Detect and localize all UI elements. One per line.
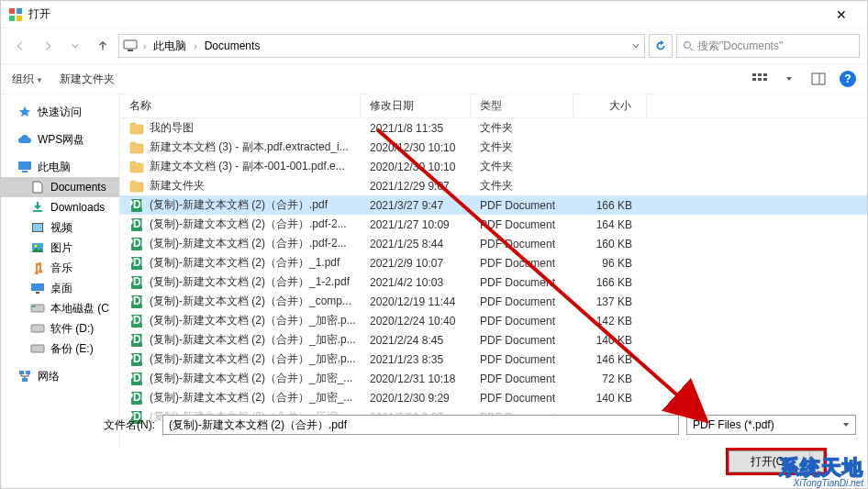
file-size: 166 KB <box>573 276 647 289</box>
file-row[interactable]: PDF(复制)-新建文本文档 (2)（合并）_加密.p...2021/2/24 … <box>120 330 867 350</box>
svg-rect-22 <box>31 283 44 291</box>
file-type: 文件夹 <box>471 159 573 174</box>
sidebar-local-disk-c[interactable]: 本地磁盘 (C <box>1 298 119 318</box>
file-date: 2020/12/30 9:29 <box>361 392 471 405</box>
file-date: 2021/1/25 8:44 <box>361 238 471 250</box>
svg-text:PDF: PDF <box>130 333 143 346</box>
preview-pane-button[interactable] <box>810 71 827 87</box>
sidebar-quick-access[interactable]: 快速访问 <box>1 102 119 122</box>
breadcrumb-pc[interactable]: 此电脑 <box>151 39 188 54</box>
view-dropdown[interactable] <box>781 71 797 87</box>
help-button[interactable]: ? <box>840 71 856 87</box>
file-row[interactable]: 新建文件夹2021/12/29 9:07文件夹 <box>120 176 867 195</box>
file-type: PDF Document <box>471 334 573 347</box>
view-icons-button[interactable] <box>751 71 768 87</box>
sidebar: 快速访问 WPS网盘 此电脑 Documents Downloads 视频 图片… <box>1 94 120 450</box>
file-row[interactable]: PDF(复制)-新建文本文档 (2)（合并）_1.pdf2021/2/9 10:… <box>120 253 867 272</box>
file-row[interactable]: 我的导图2021/1/8 11:35文件夹 <box>120 118 867 138</box>
close-button[interactable]: ✕ <box>823 7 860 22</box>
svg-rect-23 <box>36 292 39 294</box>
file-size: 140 KB <box>573 392 647 405</box>
search-input[interactable]: 搜索"Documents" <box>676 34 860 58</box>
svg-rect-28 <box>19 371 24 374</box>
file-row[interactable]: PDF(复制)-新建文本文档 (2)（合并）_加密_...2020/12/31 … <box>120 369 867 388</box>
svg-rect-0 <box>9 8 15 14</box>
file-row[interactable]: PDF(复制)-新建文本文档 (2)（合并）.pdf-2...2021/1/27… <box>120 215 867 234</box>
file-date: 2020/12/24 10:40 <box>361 315 471 328</box>
file-name: (复制)-新建文本文档 (2)（合并）.pdf-2... <box>150 237 347 250</box>
file-date: 2020/12/30 10:10 <box>361 141 471 154</box>
file-date: 2021/1/23 8:35 <box>361 353 471 366</box>
navigation-bar: › 此电脑 › Documents 搜索"Documents" <box>1 28 867 63</box>
breadcrumb-dropdown[interactable] <box>631 41 640 50</box>
file-type: PDF Document <box>471 295 573 308</box>
svg-text:PDF: PDF <box>130 372 143 384</box>
filetype-select[interactable]: PDF Files (*.pdf) <box>686 415 856 435</box>
file-row[interactable]: PDF(复制)-新建文本文档 (2)（合并）_加密.p...2020/12/24… <box>120 311 867 330</box>
refresh-button[interactable] <box>649 34 673 58</box>
up-button[interactable] <box>91 34 115 58</box>
sidebar-wps[interactable]: WPS网盘 <box>1 129 119 150</box>
sidebar-disk-e[interactable]: 备份 (E:) <box>1 339 119 359</box>
file-type: PDF Document <box>471 276 573 289</box>
folder-icon <box>129 160 144 174</box>
search-placeholder: 搜索"Documents" <box>697 39 783 54</box>
sidebar-desktop[interactable]: 桌面 <box>1 278 119 298</box>
open-dropdown[interactable] <box>809 450 824 472</box>
sidebar-this-pc[interactable]: 此电脑 <box>1 157 119 177</box>
sidebar-pictures[interactable]: 图片 <box>1 238 119 258</box>
file-size: 137 KB <box>573 295 647 308</box>
pc-icon <box>123 39 138 53</box>
file-type: PDF Document <box>471 372 573 385</box>
file-type: PDF Document <box>471 257 573 270</box>
sidebar-network[interactable]: 网络 <box>1 366 119 386</box>
svg-point-6 <box>684 42 691 49</box>
file-list-body[interactable]: 我的导图2021/1/8 11:35文件夹新建文本文档 (3) - 副本.pdf… <box>120 118 867 450</box>
column-size[interactable]: 大小 <box>573 94 647 117</box>
sidebar-disk-d[interactable]: 软件 (D:) <box>1 318 119 339</box>
file-date: 2021/4/2 10:03 <box>361 276 471 289</box>
svg-rect-26 <box>31 325 44 332</box>
file-name: (复制)-新建文本文档 (2)（合并）_加密.p... <box>150 352 356 365</box>
column-name[interactable]: 名称 <box>120 94 361 117</box>
svg-rect-2 <box>9 16 15 21</box>
sidebar-documents[interactable]: Documents <box>1 177 119 197</box>
svg-text:PDF: PDF <box>130 217 143 230</box>
file-row[interactable]: PDF(复制)-新建文本文档 (2)（合并）.pdf2021/3/27 9:47… <box>120 195 867 215</box>
file-date: 2020/12/19 11:44 <box>361 295 471 308</box>
file-row[interactable]: PDF(复制)-新建文本文档 (2)（合并）_加密.p...2021/1/23 … <box>120 350 867 369</box>
column-type[interactable]: 类型 <box>471 94 573 117</box>
folder-icon <box>129 179 144 194</box>
breadcrumb[interactable]: › 此电脑 › Documents <box>118 34 645 58</box>
file-row[interactable]: PDF(复制)-新建文本文档 (2)（合并）_1-2.pdf2021/4/2 1… <box>120 272 867 292</box>
file-size: 160 KB <box>573 238 647 250</box>
file-type: 文件夹 <box>471 139 573 155</box>
file-row[interactable]: 新建文本文档 (3) - 副本.pdf.extracted_i...2020/1… <box>120 138 867 157</box>
svg-rect-11 <box>752 78 756 81</box>
organize-menu[interactable]: 组织▼ <box>12 72 43 87</box>
file-name: (复制)-新建文本文档 (2)（合并）.pdf-2... <box>150 217 347 230</box>
file-row[interactable]: PDF(复制)-新建文本文档 (2)（合并）.pdf-2...2021/1/25… <box>120 234 867 253</box>
file-row[interactable]: PDF(复制)-新建文本文档 (2)（合并）_comp...2020/12/19… <box>120 292 867 311</box>
file-date: 2020/12/31 10:18 <box>361 372 471 385</box>
forward-button[interactable] <box>36 34 60 58</box>
file-row[interactable]: PDF(复制)-新建文本文档 (2)（合并）_加密_...2020/12/30 … <box>120 388 867 407</box>
new-folder-button[interactable]: 新建文件夹 <box>60 72 115 87</box>
filename-input[interactable] <box>162 415 679 435</box>
svg-rect-12 <box>758 78 762 81</box>
file-date: 2021/2/24 8:45 <box>361 334 471 347</box>
music-icon <box>30 261 45 274</box>
recent-dropdown[interactable] <box>63 34 87 58</box>
file-row[interactable]: 新建文本文档 (3) - 副本-001-001.pdf.e...2020/12/… <box>120 157 867 176</box>
back-button[interactable] <box>8 34 32 58</box>
sidebar-videos[interactable]: 视频 <box>1 217 119 238</box>
sidebar-music[interactable]: 音乐 <box>1 258 119 278</box>
open-button[interactable]: 打开(O) <box>729 450 809 472</box>
pdf-icon: PDF <box>129 275 144 290</box>
search-icon <box>683 40 694 51</box>
breadcrumb-documents[interactable]: Documents <box>203 39 262 52</box>
sidebar-downloads[interactable]: Downloads <box>1 197 119 217</box>
file-name: (复制)-新建文本文档 (2)（合并）_加密_... <box>150 391 352 404</box>
svg-rect-5 <box>128 50 133 51</box>
column-date[interactable]: 修改日期 <box>361 94 471 117</box>
